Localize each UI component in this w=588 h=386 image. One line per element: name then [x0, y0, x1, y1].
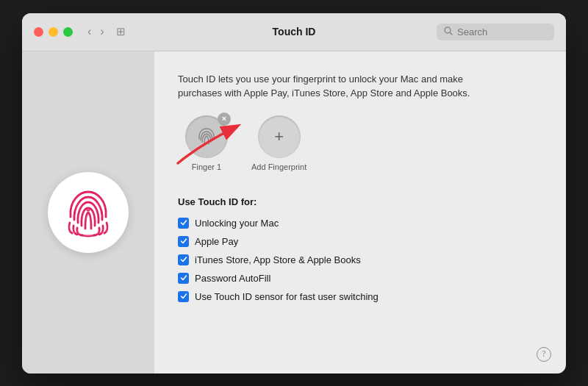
svg-point-2	[87, 207, 90, 211]
traffic-lights	[34, 27, 73, 37]
main-content: Touch ID lets you use your fingerprint t…	[154, 51, 566, 374]
grid-button[interactable]: ⊞	[113, 24, 129, 40]
back-button[interactable]: ‹	[85, 24, 94, 39]
checkbox-label-4: Use Touch ID sensor for fast user switch…	[195, 291, 379, 302]
finger1-item[interactable]: × Finger 1	[185, 115, 228, 171]
nav-buttons: ‹ ›	[85, 24, 107, 39]
use-section-title: Use Touch ID for:	[178, 196, 542, 207]
svg-line-1	[451, 32, 453, 35]
finger1-circle[interactable]: ×	[185, 115, 228, 158]
fingerprint-icon	[62, 186, 115, 239]
checkbox-apple-pay[interactable]	[178, 236, 189, 247]
add-fingerprint-circle[interactable]: +	[258, 115, 301, 158]
preferences-window: ‹ › ⊞ Touch ID	[22, 13, 566, 374]
description-text: Touch ID lets you use your fingerprint t…	[178, 72, 472, 101]
search-input[interactable]	[457, 26, 547, 37]
checkbox-label-0: Unlocking your Mac	[195, 218, 279, 229]
checkbox-row-3: Password AutoFill	[178, 273, 542, 284]
checkbox-itunes[interactable]	[178, 254, 189, 265]
content-area: Touch ID lets you use your fingerprint t…	[22, 51, 566, 374]
window-title: Touch ID	[273, 26, 316, 37]
search-icon	[444, 26, 453, 37]
checkbox-label-1: Apple Pay	[195, 236, 238, 247]
checkbox-row-4: Use Touch ID sensor for fast user switch…	[178, 291, 542, 302]
checkbox-fast-switch[interactable]	[178, 291, 189, 302]
checkbox-label-3: Password AutoFill	[195, 273, 270, 284]
close-button[interactable]	[34, 27, 43, 37]
sidebar	[22, 51, 154, 374]
forward-button[interactable]: ›	[97, 24, 107, 39]
help-button[interactable]: ?	[537, 347, 551, 362]
add-fingerprint-label: Add Fingerprint	[251, 162, 306, 171]
checkbox-autofill[interactable]	[178, 273, 189, 284]
checkbox-label-2: iTunes Store, App Store & Apple Books	[195, 254, 361, 265]
maximize-button[interactable]	[63, 27, 73, 37]
fingerprint-row: × Finger 1 + Add Fingerprint	[185, 115, 542, 171]
use-section: Use Touch ID for: Unlocking your Mac App…	[178, 196, 542, 302]
checkbox-row-0: Unlocking your Mac	[178, 218, 542, 229]
checkbox-row-2: iTunes Store, App Store & Apple Books	[178, 254, 542, 265]
touch-id-icon-circle	[48, 172, 129, 253]
add-fingerprint-item[interactable]: + Add Fingerprint	[251, 115, 306, 171]
titlebar: ‹ › ⊞ Touch ID	[22, 13, 566, 51]
checkbox-unlock-mac[interactable]	[178, 218, 189, 229]
checkbox-row-1: Apple Pay	[178, 236, 542, 247]
add-icon: +	[274, 127, 284, 146]
search-bar[interactable]	[437, 24, 554, 40]
svg-point-0	[445, 27, 451, 33]
fingerprint-section: × Finger 1 + Add Fingerprint	[178, 115, 542, 182]
remove-finger1-badge[interactable]: ×	[218, 112, 231, 126]
finger1-label: Finger 1	[192, 162, 221, 171]
minimize-button[interactable]	[49, 27, 58, 37]
